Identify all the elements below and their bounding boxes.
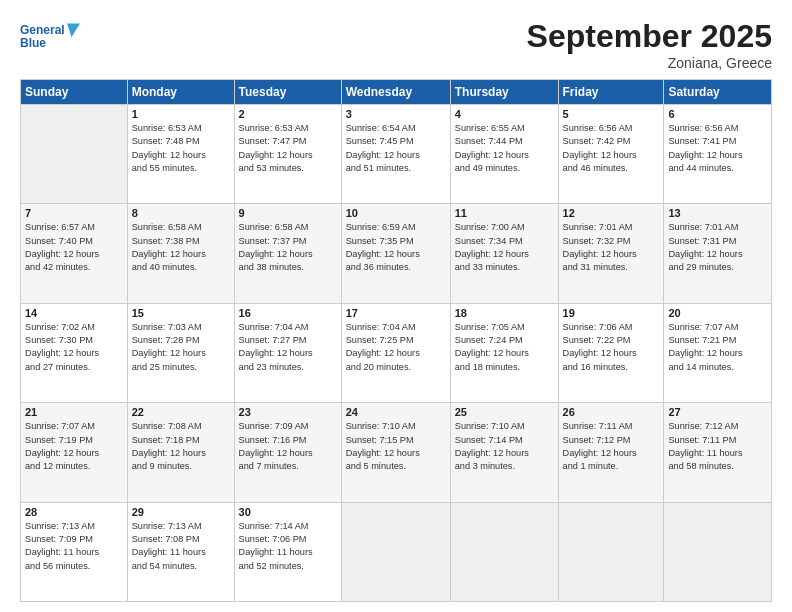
- day-cell: 29Sunrise: 7:13 AM Sunset: 7:08 PM Dayli…: [127, 502, 234, 601]
- day-number: 11: [455, 207, 554, 219]
- day-cell: 16Sunrise: 7:04 AM Sunset: 7:27 PM Dayli…: [234, 303, 341, 402]
- day-cell: 21Sunrise: 7:07 AM Sunset: 7:19 PM Dayli…: [21, 403, 128, 502]
- day-cell: 14Sunrise: 7:02 AM Sunset: 7:30 PM Dayli…: [21, 303, 128, 402]
- calendar-page: General Blue September 2025 Zoniana, Gre…: [0, 0, 792, 612]
- day-cell: 13Sunrise: 7:01 AM Sunset: 7:31 PM Dayli…: [664, 204, 772, 303]
- week-row-2: 7Sunrise: 6:57 AM Sunset: 7:40 PM Daylig…: [21, 204, 772, 303]
- day-number: 14: [25, 307, 123, 319]
- day-number: 15: [132, 307, 230, 319]
- day-info: Sunrise: 6:59 AM Sunset: 7:35 PM Dayligh…: [346, 221, 446, 274]
- col-header-thursday: Thursday: [450, 80, 558, 105]
- day-number: 24: [346, 406, 446, 418]
- day-number: 23: [239, 406, 337, 418]
- col-header-monday: Monday: [127, 80, 234, 105]
- day-cell: 26Sunrise: 7:11 AM Sunset: 7:12 PM Dayli…: [558, 403, 664, 502]
- logo-svg: General Blue: [20, 18, 80, 58]
- day-cell: 23Sunrise: 7:09 AM Sunset: 7:16 PM Dayli…: [234, 403, 341, 502]
- day-info: Sunrise: 7:01 AM Sunset: 7:32 PM Dayligh…: [563, 221, 660, 274]
- month-title: September 2025: [527, 18, 772, 55]
- day-info: Sunrise: 7:04 AM Sunset: 7:25 PM Dayligh…: [346, 321, 446, 374]
- day-number: 26: [563, 406, 660, 418]
- day-cell: 17Sunrise: 7:04 AM Sunset: 7:25 PM Dayli…: [341, 303, 450, 402]
- day-number: 8: [132, 207, 230, 219]
- day-cell: 8Sunrise: 6:58 AM Sunset: 7:38 PM Daylig…: [127, 204, 234, 303]
- col-header-friday: Friday: [558, 80, 664, 105]
- day-info: Sunrise: 7:10 AM Sunset: 7:14 PM Dayligh…: [455, 420, 554, 473]
- week-row-1: 1Sunrise: 6:53 AM Sunset: 7:48 PM Daylig…: [21, 105, 772, 204]
- svg-text:General: General: [20, 23, 65, 37]
- day-info: Sunrise: 7:12 AM Sunset: 7:11 PM Dayligh…: [668, 420, 767, 473]
- day-info: Sunrise: 7:08 AM Sunset: 7:18 PM Dayligh…: [132, 420, 230, 473]
- day-number: 28: [25, 506, 123, 518]
- location-subtitle: Zoniana, Greece: [527, 55, 772, 71]
- day-number: 9: [239, 207, 337, 219]
- day-info: Sunrise: 7:05 AM Sunset: 7:24 PM Dayligh…: [455, 321, 554, 374]
- day-info: Sunrise: 7:04 AM Sunset: 7:27 PM Dayligh…: [239, 321, 337, 374]
- day-info: Sunrise: 6:56 AM Sunset: 7:41 PM Dayligh…: [668, 122, 767, 175]
- day-number: 5: [563, 108, 660, 120]
- day-number: 27: [668, 406, 767, 418]
- day-cell: 4Sunrise: 6:55 AM Sunset: 7:44 PM Daylig…: [450, 105, 558, 204]
- svg-text:Blue: Blue: [20, 36, 46, 50]
- day-cell: 30Sunrise: 7:14 AM Sunset: 7:06 PM Dayli…: [234, 502, 341, 601]
- day-number: 22: [132, 406, 230, 418]
- day-info: Sunrise: 6:53 AM Sunset: 7:48 PM Dayligh…: [132, 122, 230, 175]
- day-number: 20: [668, 307, 767, 319]
- day-cell: [341, 502, 450, 601]
- day-info: Sunrise: 6:55 AM Sunset: 7:44 PM Dayligh…: [455, 122, 554, 175]
- day-cell: 1Sunrise: 6:53 AM Sunset: 7:48 PM Daylig…: [127, 105, 234, 204]
- svg-marker-2: [67, 23, 80, 37]
- day-info: Sunrise: 6:57 AM Sunset: 7:40 PM Dayligh…: [25, 221, 123, 274]
- day-number: 6: [668, 108, 767, 120]
- day-number: 7: [25, 207, 123, 219]
- day-number: 10: [346, 207, 446, 219]
- week-row-3: 14Sunrise: 7:02 AM Sunset: 7:30 PM Dayli…: [21, 303, 772, 402]
- day-cell: 12Sunrise: 7:01 AM Sunset: 7:32 PM Dayli…: [558, 204, 664, 303]
- day-info: Sunrise: 6:58 AM Sunset: 7:38 PM Dayligh…: [132, 221, 230, 274]
- day-info: Sunrise: 7:03 AM Sunset: 7:28 PM Dayligh…: [132, 321, 230, 374]
- day-info: Sunrise: 6:54 AM Sunset: 7:45 PM Dayligh…: [346, 122, 446, 175]
- day-cell: 5Sunrise: 6:56 AM Sunset: 7:42 PM Daylig…: [558, 105, 664, 204]
- logo: General Blue: [20, 18, 80, 58]
- day-cell: 15Sunrise: 7:03 AM Sunset: 7:28 PM Dayli…: [127, 303, 234, 402]
- col-header-saturday: Saturday: [664, 80, 772, 105]
- day-cell: 27Sunrise: 7:12 AM Sunset: 7:11 PM Dayli…: [664, 403, 772, 502]
- day-cell: 20Sunrise: 7:07 AM Sunset: 7:21 PM Dayli…: [664, 303, 772, 402]
- day-cell: 7Sunrise: 6:57 AM Sunset: 7:40 PM Daylig…: [21, 204, 128, 303]
- day-cell: 24Sunrise: 7:10 AM Sunset: 7:15 PM Dayli…: [341, 403, 450, 502]
- day-number: 30: [239, 506, 337, 518]
- day-cell: 2Sunrise: 6:53 AM Sunset: 7:47 PM Daylig…: [234, 105, 341, 204]
- day-info: Sunrise: 7:13 AM Sunset: 7:08 PM Dayligh…: [132, 520, 230, 573]
- header-row: SundayMondayTuesdayWednesdayThursdayFrid…: [21, 80, 772, 105]
- header: General Blue September 2025 Zoniana, Gre…: [20, 18, 772, 71]
- day-number: 2: [239, 108, 337, 120]
- day-info: Sunrise: 7:07 AM Sunset: 7:19 PM Dayligh…: [25, 420, 123, 473]
- day-cell: 25Sunrise: 7:10 AM Sunset: 7:14 PM Dayli…: [450, 403, 558, 502]
- col-header-sunday: Sunday: [21, 80, 128, 105]
- day-number: 21: [25, 406, 123, 418]
- col-header-wednesday: Wednesday: [341, 80, 450, 105]
- day-cell: [21, 105, 128, 204]
- day-cell: 22Sunrise: 7:08 AM Sunset: 7:18 PM Dayli…: [127, 403, 234, 502]
- day-info: Sunrise: 7:09 AM Sunset: 7:16 PM Dayligh…: [239, 420, 337, 473]
- day-cell: 9Sunrise: 6:58 AM Sunset: 7:37 PM Daylig…: [234, 204, 341, 303]
- day-cell: 28Sunrise: 7:13 AM Sunset: 7:09 PM Dayli…: [21, 502, 128, 601]
- day-info: Sunrise: 7:14 AM Sunset: 7:06 PM Dayligh…: [239, 520, 337, 573]
- day-number: 29: [132, 506, 230, 518]
- day-cell: [664, 502, 772, 601]
- day-number: 13: [668, 207, 767, 219]
- day-info: Sunrise: 7:01 AM Sunset: 7:31 PM Dayligh…: [668, 221, 767, 274]
- week-row-5: 28Sunrise: 7:13 AM Sunset: 7:09 PM Dayli…: [21, 502, 772, 601]
- week-row-4: 21Sunrise: 7:07 AM Sunset: 7:19 PM Dayli…: [21, 403, 772, 502]
- day-cell: 11Sunrise: 7:00 AM Sunset: 7:34 PM Dayli…: [450, 204, 558, 303]
- day-info: Sunrise: 7:11 AM Sunset: 7:12 PM Dayligh…: [563, 420, 660, 473]
- calendar-table: SundayMondayTuesdayWednesdayThursdayFrid…: [20, 79, 772, 602]
- day-cell: 3Sunrise: 6:54 AM Sunset: 7:45 PM Daylig…: [341, 105, 450, 204]
- day-number: 18: [455, 307, 554, 319]
- day-info: Sunrise: 7:00 AM Sunset: 7:34 PM Dayligh…: [455, 221, 554, 274]
- day-number: 4: [455, 108, 554, 120]
- day-cell: 6Sunrise: 6:56 AM Sunset: 7:41 PM Daylig…: [664, 105, 772, 204]
- day-number: 3: [346, 108, 446, 120]
- day-number: 16: [239, 307, 337, 319]
- day-info: Sunrise: 6:58 AM Sunset: 7:37 PM Dayligh…: [239, 221, 337, 274]
